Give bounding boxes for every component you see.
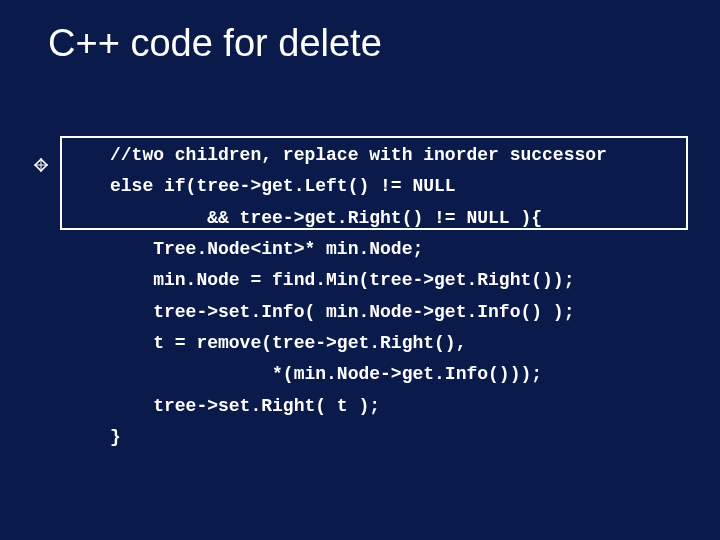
slide-title: C++ code for delete (48, 22, 382, 65)
code-line: //two children, replace with inorder suc… (110, 145, 607, 165)
code-line: t = remove(tree->get.Right(), (110, 333, 466, 353)
code-line: min.Node = find.Min(tree->get.Right()); (110, 270, 574, 290)
slide: C++ code for delete //two children, repl… (0, 0, 720, 540)
code-line: tree->set.Right( t ); (110, 396, 380, 416)
code-line: Tree.Node<int>* min.Node; (110, 239, 423, 259)
diamond-bullet-icon (34, 158, 48, 172)
code-line: else if(tree->get.Left() != NULL (110, 176, 456, 196)
code-line: *(min.Node->get.Info())); (110, 364, 542, 384)
code-line: && tree->get.Right() != NULL ){ (110, 208, 542, 228)
code-line: } (110, 427, 121, 447)
code-block: //two children, replace with inorder suc… (110, 140, 607, 453)
code-line: tree->set.Info( min.Node->get.Info() ); (110, 302, 574, 322)
